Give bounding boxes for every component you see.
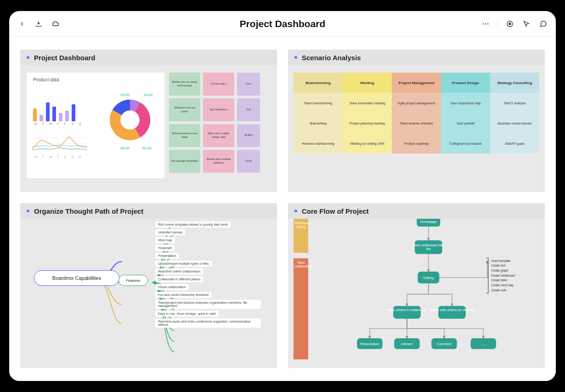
panel-core-flow[interactable]: Core Flow of Project Whiteboard editing … [288, 203, 545, 368]
product-data-card[interactable]: Product data MTWTFSS MTWTFSS 20.00 10.00… [27, 73, 164, 178]
table-cell[interactable]: Team reviews checklist [392, 113, 441, 133]
mindmap-item[interactable]: Easy to use, cloud storage, quick to sta… [155, 311, 219, 317]
sticky-note[interactable]: Lift the cab.z [203, 73, 234, 96]
more-icon[interactable] [481, 19, 490, 28]
table-cell[interactable]: SWOT analysis [490, 93, 539, 113]
bullet-icon [294, 56, 297, 59]
svg-text:Presentation: Presentation [360, 342, 379, 346]
svg-point-0 [483, 23, 484, 24]
sticky-note[interactable]: Chris [237, 150, 260, 173]
sticky-note[interactable]: BOBO [237, 124, 260, 147]
mindmap-feature-node[interactable]: Features [119, 275, 148, 286]
sticky-note[interactable]: Shadows are not good [169, 98, 200, 121]
bar [33, 108, 37, 121]
svg-text:Create graph: Create graph [491, 269, 508, 273]
line-chart [32, 132, 87, 154]
back-button[interactable] [17, 19, 27, 28]
workspace[interactable]: Project Dashboard Product data MTWTFSS M… [9, 37, 556, 381]
table-cell[interactable]: Brainwriting [294, 113, 343, 133]
panel-body: BrainstormingMeetingProject ManagementPr… [288, 65, 545, 192]
svg-text:Create mind map: Create mind map [491, 284, 514, 287]
titlebar-left [17, 19, 60, 28]
table-cell[interactable]: Colleges/mood boards [441, 133, 490, 153]
panel-thought-path[interactable]: Organize Thought Path of Project Boardmi… [20, 203, 277, 368]
panel-body: Product data MTWTFSS MTWTFSS 20.00 10.00… [20, 65, 277, 192]
panel-title: Scenario Analysis [302, 54, 361, 62]
mindmap-root-node[interactable]: Boardmix Capabilities [34, 270, 119, 286]
svg-text:Invite others to collaborate: Invite others to collaborate [387, 308, 427, 312]
flow-side-labels: Whiteboard editing Team collaboration [294, 219, 308, 359]
mindmap-item[interactable]: Visual collaboration [155, 284, 189, 290]
donut-chart: 20.00 10.00 40.00 50.00 [100, 90, 160, 164]
svg-text:Homepage: Homepage [420, 220, 437, 224]
svg-text:Create whiteboard: Create whiteboard [491, 274, 515, 277]
page-title: Project Dashboard [240, 18, 326, 29]
table-cell[interactable]: User experience map [441, 93, 490, 113]
scenario-table[interactable]: BrainstormingMeetingProject ManagementPr… [294, 73, 539, 153]
mindmap-item[interactable]: Flowchart [155, 245, 175, 251]
mindmap-item[interactable]: Real-time online collaboration [155, 268, 203, 274]
chat-icon[interactable] [538, 19, 548, 28]
panel-scenario-analysis[interactable]: Scenario Analysis BrainstormingMeetingPr… [288, 50, 545, 192]
svg-text:Comment: Comment [437, 342, 452, 346]
mindmap-item[interactable]: Real-time audio and video conference sup… [155, 318, 261, 328]
table-cell[interactable]: Team brainstorming [294, 93, 343, 113]
bullet-icon [27, 210, 29, 212]
svg-point-2 [487, 23, 488, 24]
table-cell[interactable]: Project planning meeting [343, 113, 392, 133]
mindmap-item[interactable]: Rich scene templates allows to quickly s… [155, 222, 231, 227]
svg-text:Interact: Interact [401, 342, 413, 346]
table-cell[interactable]: Team icebreaker meeting [343, 93, 392, 113]
donut-label: 20.00 [120, 93, 130, 97]
sticky-note[interactable]: Not enough templates [169, 150, 200, 173]
table-cell[interactable]: Product roadmap [392, 133, 441, 153]
bar [52, 107, 56, 121]
bar-chart [33, 100, 75, 121]
table-header: Meeting [343, 73, 392, 93]
product-data-label: Product data [33, 77, 158, 82]
mindmap-item[interactable]: Fun and useful interactive feedback [155, 292, 212, 298]
mindmap-item[interactable]: Collaborate in different places [155, 276, 203, 282]
table-cell[interactable]: Meeting for setting OKR [343, 133, 392, 153]
mindmap-item[interactable]: Upload/export multiple types of files [155, 261, 212, 267]
svg-text:file: file [426, 247, 431, 251]
panel-project-dashboard[interactable]: Project Dashboard Product data MTWTFSS M… [20, 50, 277, 192]
svg-text:Share with others for viewing: Share with others for viewing [430, 308, 474, 312]
cursor-icon[interactable] [522, 19, 531, 28]
mindmap-item[interactable]: Unlimited canvas [155, 229, 185, 235]
panel-header: Scenario Analysis [288, 50, 545, 65]
mindmap-item[interactable]: Mind map [155, 237, 175, 243]
sticky-note[interactable]: Jpz integration [203, 98, 234, 121]
bar [40, 115, 43, 121]
flow-side-label: Team collaboration [294, 258, 308, 359]
svg-text:Create table: Create table [491, 278, 507, 282]
table-cell[interactable]: Business model canvas [490, 113, 539, 133]
cloud-icon[interactable] [51, 19, 60, 28]
panel-title: Organize Thought Path of Project [34, 207, 143, 215]
sticky-note[interactable]: Blocks are not doing well enough [169, 73, 200, 96]
svg-text:Insert template: Insert template [491, 259, 511, 263]
sticky-note[interactable]: Blocks lack multiple selection [203, 150, 234, 173]
line-chart-labels: MTWTFSS [34, 155, 82, 159]
mindmap-item[interactable]: Team/project permissions empower organiz… [155, 300, 261, 309]
table-cell[interactable]: SMART goals [490, 133, 539, 153]
sticky-note[interactable]: Kim [237, 73, 260, 96]
mindmap-item[interactable]: Presentation [155, 253, 179, 259]
table-cell[interactable]: User portrait [441, 113, 490, 133]
download-icon[interactable] [34, 19, 43, 28]
table-header: Strategy Consulting [490, 73, 539, 93]
bullet-icon [294, 210, 297, 212]
record-icon[interactable] [505, 19, 514, 28]
flowchart[interactable]: Homepage New whiteboard file file Editin… [311, 219, 541, 366]
table-cell[interactable]: Reverse brainstorming [294, 133, 343, 153]
sticky-note[interactable]: Extra entrance is too deep [169, 124, 200, 147]
panel-title: Core Flow of Project [302, 207, 369, 215]
sticky-note[interactable]: Owl [237, 98, 260, 121]
table-cell[interactable]: Agile project management [392, 93, 441, 113]
svg-text:......: ...... [480, 342, 486, 346]
bar [59, 113, 62, 121]
mindmap-items: Rich scene templates allows to quickly s… [155, 219, 275, 328]
titlebar-right [481, 19, 548, 29]
separator [497, 19, 498, 29]
sticky-note[interactable]: Why can't a table merge cells [203, 124, 234, 147]
